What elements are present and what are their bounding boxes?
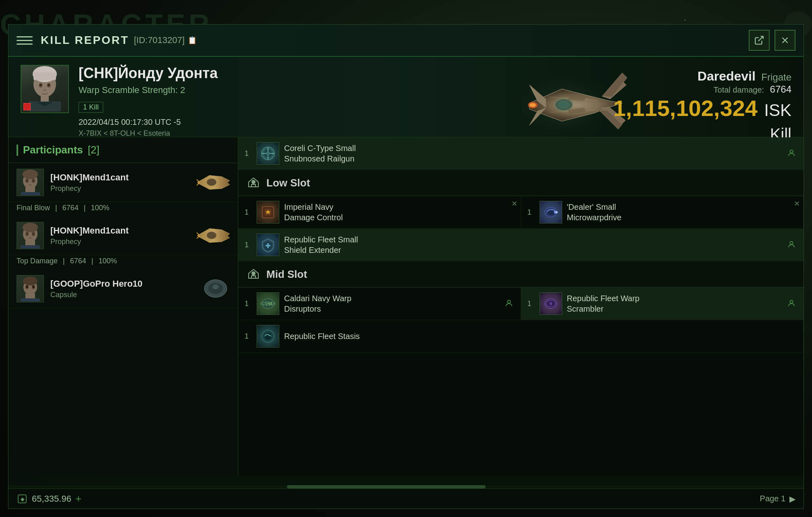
scroll-thumb[interactable] xyxy=(287,485,486,488)
copy-icon[interactable]: 📋 xyxy=(188,36,197,45)
svg-point-76 xyxy=(507,300,510,303)
module-cell-shield: 1 Republic Fleet SmallShield Extender xyxy=(238,229,804,261)
module-icon-scrambler xyxy=(540,292,562,315)
svg-point-82 xyxy=(790,300,793,303)
svg-point-38 xyxy=(25,232,29,236)
module-row-railgun: 1 Coreli C-Type SmallSnubnosed Railgu xyxy=(238,137,804,170)
module-qty-mwd: 1 xyxy=(527,208,536,217)
bottom-isk-value: 65,335.96 xyxy=(32,494,71,504)
module-person-icon-shield xyxy=(787,240,797,250)
bottom-bar: ◈ 65,335.96 + Page 1 ▶ xyxy=(8,488,804,509)
participants-header: Participants [2] xyxy=(8,137,238,163)
svg-point-37 xyxy=(23,223,38,232)
participant-2-stats: Top Damage | 6764 | 100% xyxy=(8,255,238,269)
svg-point-25 xyxy=(530,103,536,107)
report-id: [ID:7013207] xyxy=(134,35,185,45)
mid-slot-title: Mid Slot xyxy=(266,268,307,281)
isk-label: ISK xyxy=(764,101,791,120)
module-cell-mwd: 1 'Dealer' SmallMicrowarpdrive ✕ xyxy=(521,196,804,228)
menu-icon[interactable] xyxy=(17,32,33,48)
close-button[interactable] xyxy=(775,30,795,51)
svg-point-54 xyxy=(212,285,219,290)
capsule-ship-thumb xyxy=(197,276,234,302)
module-icon-stasis xyxy=(257,325,279,347)
avatar xyxy=(21,65,69,113)
report-title: KILL REPORT xyxy=(41,34,129,47)
module-icon-disruptor xyxy=(257,292,279,315)
module-person-icon-disruptor xyxy=(505,299,514,308)
ship-type: Frigate xyxy=(761,72,791,83)
export-button[interactable] xyxy=(749,30,770,51)
prophecy-ship-thumb-1 xyxy=(193,170,234,196)
module-name-dc: Imperial NavyDamage Control xyxy=(284,202,514,223)
svg-point-62 xyxy=(790,150,793,153)
participant-item-2[interactable]: [HONK]Mend1cant Prophecy xyxy=(8,216,238,269)
module-name-shield: Republic Fleet SmallShield Extender xyxy=(284,234,784,255)
horizontal-scrollbar[interactable] xyxy=(8,485,804,488)
svg-point-23 xyxy=(558,101,570,109)
participant-item-3[interactable]: [GOOP]GoPro Hero10 Capsule xyxy=(8,269,238,308)
svg-rect-34 xyxy=(21,192,40,195)
svg-point-43 xyxy=(207,232,216,239)
participant-3-avatar xyxy=(17,275,44,302)
module-person-icon-scrambler xyxy=(787,299,797,308)
svg-point-79 xyxy=(549,302,552,305)
module-x-dc[interactable]: ✕ xyxy=(511,199,517,208)
participant-1-face xyxy=(18,170,42,195)
main-panel: KILL REPORT [ID:7013207] 📋 xyxy=(8,24,804,509)
svg-point-48 xyxy=(26,285,28,288)
page-indicator: Page 1 ▶ xyxy=(760,494,795,504)
module-x-mwd[interactable]: ✕ xyxy=(794,199,800,208)
content-area: Participants [2] xyxy=(8,137,804,476)
svg-point-16 xyxy=(39,83,42,86)
svg-point-39 xyxy=(32,232,35,236)
bottom-isk-section: ◈ 65,335.96 + xyxy=(17,492,81,505)
svg-point-69 xyxy=(555,211,558,213)
profile-section: [СНК]Йонду Удонта Warp Scramble Strength… xyxy=(8,57,804,137)
svg-rect-71 xyxy=(266,245,270,246)
participants-title: Participants xyxy=(23,144,83,156)
module-cell-scrambler: 1 Republic Fleet WarpScrambler xyxy=(521,287,804,320)
total-damage-value: 6764 xyxy=(770,84,791,95)
participants-count: [2] xyxy=(88,144,100,156)
mid-slot-header: Mid Slot xyxy=(238,261,804,287)
svg-point-73 xyxy=(252,272,255,275)
participant-1-avatar xyxy=(17,169,44,196)
header-actions xyxy=(749,30,795,51)
module-cell-stasis: 1 Republic Fleet Stasis xyxy=(238,320,804,352)
avatar-face-svg xyxy=(25,66,65,112)
low-slot-header: Low Slot xyxy=(238,170,804,196)
svg-rect-13 xyxy=(33,72,56,80)
svg-point-31 xyxy=(32,179,35,183)
module-icon-mwd xyxy=(540,201,562,223)
page-label: Page 1 xyxy=(760,494,785,503)
participants-panel: Participants [2] xyxy=(8,137,238,476)
module-row-warp: 1 Caldari Navy WarpDisruptors xyxy=(238,287,804,320)
prophecy-ship-thumb-2 xyxy=(193,223,234,249)
module-row-dc-mwd: 1 Imperial NavyDamage Control ✕ 1 xyxy=(238,196,804,229)
low-slot-icon xyxy=(246,176,261,190)
participant-2-avatar xyxy=(17,222,44,249)
add-isk-button[interactable]: + xyxy=(75,492,81,505)
module-qty-dc: 1 xyxy=(245,208,253,217)
participant-1-stats: Final Blow | 6764 | 100% xyxy=(8,202,238,216)
svg-point-29 xyxy=(23,170,38,179)
module-icon-shield xyxy=(257,234,279,256)
svg-point-57 xyxy=(266,151,270,155)
module-name-railgun: Coreli C-Type SmallSnubnosed Railgun xyxy=(284,143,784,164)
module-name-scrambler: Republic Fleet WarpScrambler xyxy=(567,293,784,314)
module-name-stasis: Republic Fleet Stasis xyxy=(284,331,797,341)
participant-2-face xyxy=(18,223,42,248)
kill-count-badge: 1 Kill xyxy=(79,102,103,113)
module-name-disruptor: Caldari Navy WarpDisruptors xyxy=(284,293,501,314)
next-page-button[interactable]: ▶ xyxy=(789,494,795,504)
participant-item-1[interactable]: [HONK]Mend1cant Prophecy xyxy=(8,163,238,216)
participant-3-face xyxy=(18,276,42,302)
isk-value: 1,115,102,324 xyxy=(613,95,758,121)
svg-point-49 xyxy=(33,285,35,288)
low-slot-title: Low Slot xyxy=(266,177,310,189)
svg-point-30 xyxy=(25,179,29,183)
module-cell-dc: 1 Imperial NavyDamage Control ✕ xyxy=(238,196,521,228)
svg-point-40 xyxy=(29,237,32,239)
svg-point-35 xyxy=(207,179,216,186)
